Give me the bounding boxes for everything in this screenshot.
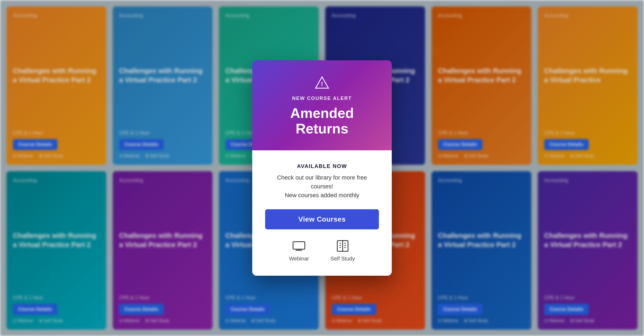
self-study-icon [336,239,350,253]
view-courses-button[interactable]: View Courses [265,209,379,229]
self-study-label: Self Study [330,256,355,262]
modal-header: ! NEW COURSE ALERT Amended Returns [252,60,392,150]
webinar-format: Webinar [289,239,309,262]
format-icons-container: Webinar Self Study [265,239,379,262]
alert-label: NEW COURSE ALERT [265,96,379,101]
webinar-label: Webinar [289,256,309,262]
modal-body: AVAILABLE NOW Check out our library for … [252,150,392,276]
desc-line-1: Check out our library for more free cour… [277,174,367,190]
self-study-format: Self Study [330,239,355,262]
available-description: Check out our library for more free cour… [265,173,379,200]
svg-text:!: ! [321,81,323,87]
modal-title: Amended Returns [265,106,379,136]
alert-triangle-icon: ! [314,75,330,90]
svg-rect-1 [293,242,305,249]
modal-overlay: ! NEW COURSE ALERT Amended Returns AVAIL… [0,0,644,336]
available-label: AVAILABLE NOW [265,163,379,169]
desc-line-2: New courses added monthly [285,192,359,199]
webinar-icon [292,239,306,253]
alert-modal: ! NEW COURSE ALERT Amended Returns AVAIL… [252,60,392,275]
